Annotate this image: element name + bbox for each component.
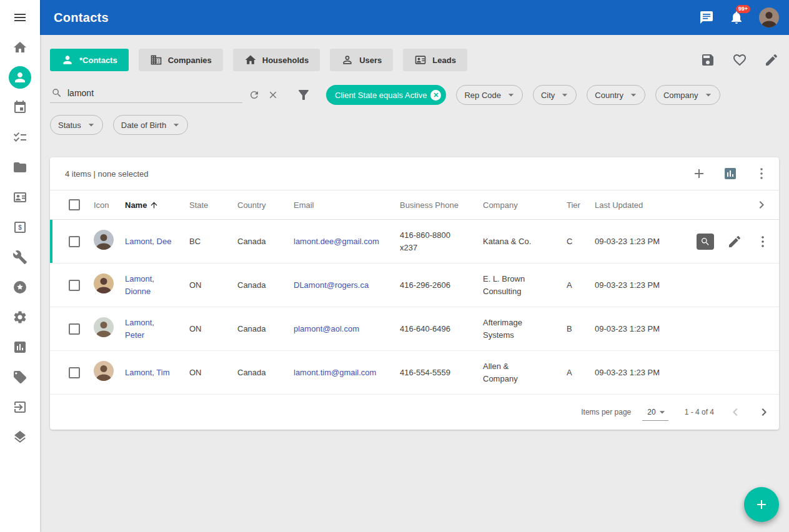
row-checkbox[interactable]	[69, 323, 80, 335]
table-row: Lamont, Peter ON Canada plamont@aol.com …	[50, 307, 779, 351]
sidebar-item-tasks[interactable]	[5, 122, 35, 152]
row-checkbox[interactable]	[69, 367, 80, 378]
column-header-name[interactable]: Name	[120, 190, 184, 220]
select-all-checkbox[interactable]	[69, 199, 80, 210]
grid-more-button[interactable]	[754, 166, 769, 181]
plus-icon	[692, 166, 707, 181]
applied-filter-chip[interactable]: Client State equals Active ✕	[326, 85, 446, 105]
email-link[interactable]: DLamont@rogers.ca	[294, 280, 369, 290]
page-size-value: 20	[647, 408, 655, 416]
edit-view-button[interactable]	[764, 52, 779, 67]
filter-chip-rep-code[interactable]: Rep Code	[456, 85, 523, 105]
tab-households[interactable]: Households	[233, 49, 320, 71]
chart-view-button[interactable]	[723, 166, 738, 181]
contact-name-link[interactable]: Lamont, Dionne	[125, 274, 154, 296]
previous-page-button[interactable]	[728, 405, 743, 420]
email-link[interactable]: lamont.tim@gmail.com	[294, 368, 376, 377]
column-header-email[interactable]: Email	[289, 190, 395, 220]
notifications-button[interactable]: 99+	[729, 10, 744, 25]
tab-users[interactable]: Users	[330, 49, 393, 71]
save-view-button[interactable]	[700, 52, 715, 67]
items-per-page-select[interactable]: 20	[642, 404, 668, 421]
row-checkbox[interactable]	[69, 280, 80, 291]
chat-button[interactable]	[699, 10, 714, 25]
chip-label: Status	[58, 121, 81, 130]
add-record-button[interactable]	[692, 166, 707, 181]
avatar-silhouette-icon	[94, 273, 114, 293]
sidebar-item-reports[interactable]	[5, 332, 35, 362]
filter-chip-status[interactable]: Status	[50, 115, 103, 135]
row-actions	[688, 234, 779, 250]
scroll-columns-right-button[interactable]	[754, 197, 769, 212]
column-header-company[interactable]: Company	[478, 190, 562, 220]
sidebar-item-exit[interactable]	[5, 392, 35, 422]
sidebar-item-tools[interactable]	[5, 242, 35, 272]
filter-chip-country[interactable]: Country	[587, 85, 645, 105]
search-input[interactable]	[67, 88, 241, 98]
sidebar-item-invoices[interactable]	[5, 212, 35, 242]
column-header-tier[interactable]: Tier	[562, 190, 590, 220]
chevron-down-icon	[702, 89, 715, 101]
chevron-down-icon	[85, 119, 97, 131]
email-link[interactable]: plamont@aol.com	[294, 324, 359, 333]
remove-filter-icon[interactable]: ✕	[430, 90, 441, 101]
more-vert-icon	[755, 234, 770, 249]
favorite-button[interactable]	[732, 52, 747, 67]
filter-button[interactable]	[296, 87, 311, 102]
tab-companies[interactable]: Companies	[139, 49, 223, 71]
row-preview-button[interactable]	[697, 234, 714, 250]
contact-name-link[interactable]: Lamont, Dee	[125, 237, 171, 246]
tab-leads[interactable]: Leads	[403, 49, 467, 71]
company-cell: Afterimage Systems	[478, 307, 562, 351]
add-contact-fab[interactable]	[744, 487, 779, 522]
next-page-button[interactable]	[757, 405, 772, 420]
grid-toolbar: 4 items | none selected	[50, 157, 779, 190]
email-link[interactable]: lamont.dee@gmail.com	[294, 237, 379, 246]
row-edit-button[interactable]	[727, 234, 742, 249]
sidebar-item-tags[interactable]	[5, 362, 35, 392]
contact-name-link[interactable]: Lamont, Tim	[125, 368, 170, 377]
column-header-state[interactable]: State	[184, 190, 232, 220]
chevron-left-icon	[728, 405, 743, 420]
refresh-button[interactable]	[249, 89, 260, 101]
search-field[interactable]	[50, 87, 242, 103]
contact-name-link[interactable]: Lamont, Peter	[125, 318, 154, 340]
filter-chip-company[interactable]: Company	[655, 85, 720, 105]
contacts-table: Icon Name State Country Email Business P…	[50, 190, 779, 395]
company-cell: E. L. Brown Consulting	[478, 264, 562, 307]
column-header-business-phone[interactable]: Business Phone	[395, 190, 478, 220]
sidebar-item-layers[interactable]	[5, 422, 35, 452]
person-outline-icon	[341, 54, 354, 66]
close-icon	[267, 89, 279, 101]
column-header-last-updated[interactable]: Last Updated	[590, 190, 683, 220]
search-icon	[51, 87, 62, 99]
sidebar-item-contact-cards[interactable]	[5, 182, 35, 212]
column-header-country[interactable]: Country	[232, 190, 289, 220]
avatar-silhouette-icon	[94, 317, 114, 337]
user-avatar-button[interactable]	[759, 7, 779, 27]
tier-cell: A	[562, 351, 590, 395]
chip-label: Country	[595, 91, 623, 100]
tab-contacts[interactable]: *Contacts	[50, 49, 129, 71]
content-area: *Contacts Companies Households Users Lea…	[40, 35, 789, 532]
sidebar-item-documents[interactable]	[5, 152, 35, 182]
sidebar-item-home[interactable]	[5, 32, 35, 62]
items-per-page-label: Items per page	[581, 408, 631, 416]
filter-chip-date-of-birth[interactable]: Date of Birth	[113, 115, 188, 135]
column-header-icon[interactable]: Icon	[89, 190, 120, 220]
table-header-row: Icon Name State Country Email Business P…	[50, 190, 779, 220]
chevron-down-icon	[170, 119, 182, 131]
menu-button[interactable]	[5, 2, 35, 32]
home-icon	[244, 54, 257, 66]
clear-search-button[interactable]	[267, 89, 279, 101]
sidebar-item-settings[interactable]	[5, 302, 35, 332]
sidebar-item-featured[interactable]	[5, 272, 35, 302]
filter-chip-city[interactable]: City	[533, 85, 577, 105]
row-more-button[interactable]	[755, 234, 770, 249]
company-cell: Allen & Company	[478, 351, 562, 395]
filter-chips-row-1: Client State equals Active ✕ Rep Code Ci…	[326, 85, 720, 105]
sidebar-item-contacts[interactable]	[5, 62, 35, 92]
tier-cell: A	[562, 264, 590, 307]
row-checkbox[interactable]	[69, 236, 80, 247]
sidebar-item-calendar[interactable]	[5, 92, 35, 122]
